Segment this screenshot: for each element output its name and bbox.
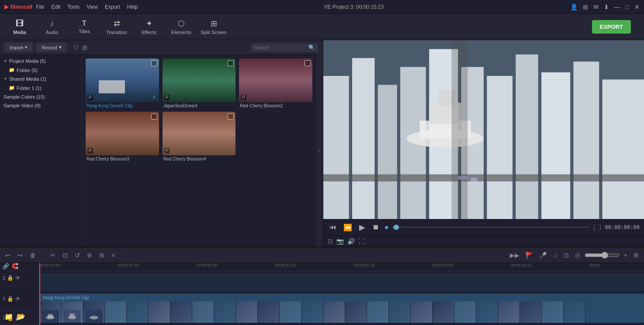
eye-icon-2[interactable]: 👁 xyxy=(15,275,21,281)
import-button[interactable]: Import ▾ xyxy=(4,43,33,52)
toolbar-titles[interactable]: T Titles xyxy=(69,16,100,38)
clip-thumb-mini xyxy=(127,301,149,323)
menu-edit[interactable]: Edit xyxy=(52,4,61,10)
stabilize-button[interactable]: ⊞ xyxy=(97,251,106,260)
voiceover-button[interactable]: 🎤 xyxy=(537,251,548,260)
sidebar-item-folder1[interactable]: 📁 Folder 1 (1) xyxy=(0,83,82,92)
search-bar: 🔍 xyxy=(251,43,319,52)
zoom-in-button[interactable]: + xyxy=(622,251,629,260)
sidebar-item-folder[interactable]: 📁 Folder (5) xyxy=(0,65,82,75)
grid-icon[interactable]: ⊞ xyxy=(583,3,588,10)
timeline-ruler[interactable]: 00:00:00:00 00:00:00:10 00:00:00:20 00:0… xyxy=(39,263,644,272)
effects-icon: ✦ xyxy=(146,19,152,28)
mail-icon[interactable]: ✉ xyxy=(593,3,599,10)
video-clip-1[interactable]: Hong Kong Drone5 Clip xyxy=(39,294,644,323)
menu-export[interactable]: Export xyxy=(105,4,120,10)
menu-view[interactable]: View xyxy=(87,4,98,10)
pip-button[interactable]: ⊡ xyxy=(562,251,571,260)
sidebar-item-sample-video[interactable]: Sample Video (9) xyxy=(0,101,82,110)
marker-add-button[interactable]: 🚩 xyxy=(524,251,535,260)
close-button[interactable]: ✕ xyxy=(634,3,640,10)
sidebar-item-sample-colors[interactable]: Sample Colors (15) xyxy=(0,92,82,101)
link-tracks-icon[interactable]: 🔗 xyxy=(3,263,9,269)
toolbar-splitscreen[interactable]: ⊞ Split Screen xyxy=(198,16,229,38)
eye-icon-1[interactable]: 👁 xyxy=(15,296,21,302)
zoom-fit-icon[interactable]: ⛶ xyxy=(358,238,364,245)
progress-bar[interactable] xyxy=(392,226,590,228)
ruler-mark-4: 00:00:01:15 xyxy=(354,263,375,267)
user-icon[interactable]: 👤 xyxy=(570,3,578,10)
timeline-body: 🔗 🧲 2 🔒 👁 1 🔒 👁 1 🔒 🔊 xyxy=(0,263,644,325)
titlebar-controls: 👤 ⊞ ✉ ⬇ — □ ✕ xyxy=(570,3,640,10)
color-button[interactable]: ⊕ xyxy=(85,251,94,260)
export-button[interactable]: EXPORT xyxy=(592,20,631,34)
step-back-button[interactable]: ⏪ xyxy=(342,222,354,233)
auto-highlight-button[interactable]: ◎ xyxy=(573,251,582,260)
record-button[interactable]: Record ▾ xyxy=(36,43,66,52)
play-button[interactable]: ▶ xyxy=(357,222,367,233)
menu-tools[interactable]: Tools xyxy=(67,4,80,10)
add-folder-icon[interactable]: 📁 xyxy=(4,312,13,321)
zoom-slider[interactable] xyxy=(585,252,620,259)
toolbar-effects[interactable]: ✦ Effects xyxy=(134,16,164,38)
filter-icon[interactable]: ▽ xyxy=(74,44,79,51)
media-item-4[interactable]: P Red Cherry Blossom3 xyxy=(86,112,159,161)
cut-button[interactable]: ✂ xyxy=(48,251,57,260)
volume-icon[interactable]: 🔊 xyxy=(347,238,355,245)
clip-thumb-mini xyxy=(214,301,236,323)
zoom-out-button[interactable]: ⊞ xyxy=(632,251,641,260)
maximize-button[interactable]: □ xyxy=(626,3,629,10)
menu-help[interactable]: Help xyxy=(127,4,138,10)
menu-file[interactable]: File xyxy=(36,4,44,10)
adjust-button[interactable]: ≡ xyxy=(110,251,117,260)
preview-image xyxy=(323,40,644,219)
svg-rect-8 xyxy=(516,55,538,219)
redo-button[interactable]: ↪ xyxy=(16,251,24,260)
media-item-3[interactable]: P Red Cherry Blossom2 xyxy=(239,58,312,108)
toolbar-audio[interactable]: ♪ Audio xyxy=(37,16,67,38)
sidebar-item-project-media[interactable]: ▼ Project Media (5) xyxy=(0,57,82,65)
media-item-5[interactable]: P Red Cherry Blossom4 xyxy=(163,112,236,161)
media-area: ▼ Project Media (5) 📁 Folder (5) ▼ Share… xyxy=(0,55,323,246)
track-row-1[interactable]: Hong Kong Drone5 Clip xyxy=(39,293,644,324)
marker-button[interactable]: ● xyxy=(384,223,389,231)
toolbar-media[interactable]: 🎞 Media xyxy=(4,16,35,38)
stop-button[interactable]: ⏹ xyxy=(370,222,381,232)
toolbar-transition[interactable]: ⇄ Transition xyxy=(101,16,132,38)
sample-colors-label: Sample Colors (15) xyxy=(3,94,45,99)
grid-view-icon[interactable]: ⊞ xyxy=(82,44,87,51)
clip-thumb-mini xyxy=(170,301,192,323)
media-subtoolbar: Import ▾ Record ▾ ▽ ⊞ 🔍 xyxy=(0,40,323,55)
fullscreen-preview-icon[interactable]: ⊡ xyxy=(328,238,333,245)
screenshot-icon[interactable]: 📷 xyxy=(336,238,344,245)
bracket-left: { xyxy=(593,223,596,231)
media-item-2[interactable]: P JapanSeaDrone3 xyxy=(163,58,236,108)
delete-button[interactable]: 🗑 xyxy=(28,251,38,260)
magnet-icon[interactable]: 🧲 xyxy=(12,263,18,269)
panel-collapse-arrow[interactable]: ‹ xyxy=(316,55,323,246)
lock-icon-2[interactable]: 🔒 xyxy=(7,275,14,281)
effects-label: Effects xyxy=(142,30,156,35)
folder-label: Folder (5) xyxy=(17,68,38,73)
clip-thumb-mini xyxy=(39,301,61,323)
media-name-4: Red Cherry Blossom3 xyxy=(86,157,159,161)
crop-button[interactable]: ⊡ xyxy=(61,251,69,260)
undo-button[interactable]: ↩ xyxy=(3,251,12,260)
clip-thumb-mini xyxy=(520,301,542,323)
search-input[interactable] xyxy=(254,45,307,50)
download-icon[interactable]: ⬇ xyxy=(604,3,609,10)
sidebar-item-shared-media[interactable]: ▼ Shared Media (1) xyxy=(0,75,82,83)
minimize-button[interactable]: — xyxy=(614,3,620,10)
skip-back-button[interactable]: ⏮ xyxy=(328,222,338,232)
project-media-label: Project Media (5) xyxy=(9,58,46,64)
titlebar-menu: File Edit Tools View Export Help xyxy=(36,4,138,10)
audio-detach-button[interactable]: ↺ xyxy=(73,251,82,260)
toolbar-elements[interactable]: ⬡ Elements xyxy=(166,16,197,38)
main-toolbar: 🎞 Media ♪ Audio T Titles ⇄ Transition ✦ … xyxy=(0,14,644,40)
lock-icon-1[interactable]: 🔒 xyxy=(7,296,14,302)
clip-thumb-mini xyxy=(476,301,498,323)
continuous-play-button[interactable]: ▶▶ xyxy=(508,251,521,260)
media-item-1[interactable]: P ✓ Hong Kong Drone5 Clip xyxy=(86,58,159,108)
add-subfolder-icon[interactable]: 📂 xyxy=(17,312,25,321)
audio-track-button[interactable]: ♫ xyxy=(551,251,559,260)
